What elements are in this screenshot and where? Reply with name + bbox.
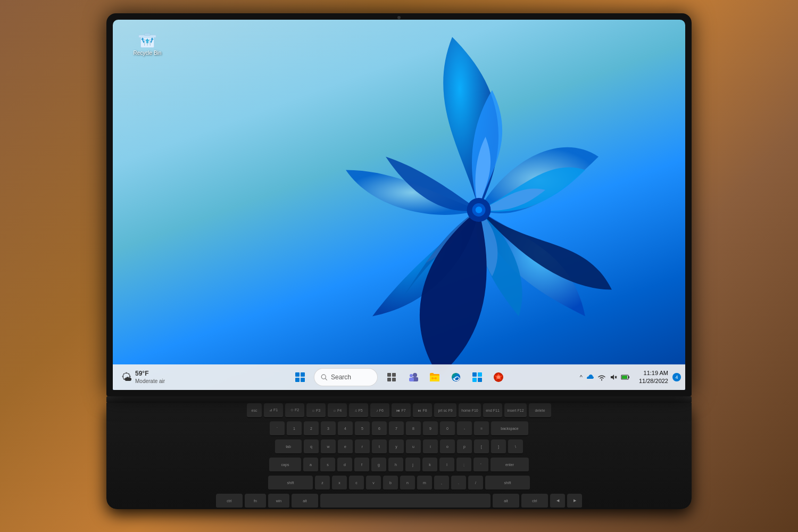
wifi-icon[interactable] bbox=[597, 373, 606, 381]
key-q[interactable]: q bbox=[304, 439, 319, 454]
key-enter[interactable]: enter bbox=[491, 458, 529, 472]
weather-info: 59°F Moderate air bbox=[135, 370, 165, 385]
key-quote[interactable]: ' bbox=[473, 458, 488, 472]
recycle-bin-icon[interactable]: Recycle Bin bbox=[129, 30, 166, 56]
key-bracket-open[interactable]: [ bbox=[474, 439, 489, 454]
key-y[interactable]: y bbox=[389, 439, 404, 454]
key-tab[interactable]: tab bbox=[275, 439, 302, 454]
key-f10[interactable]: home F10 bbox=[459, 403, 481, 418]
key-f9[interactable]: prt sc F9 bbox=[434, 403, 456, 418]
key-b[interactable]: b bbox=[383, 476, 398, 491]
svg-rect-24 bbox=[472, 372, 477, 377]
key-shift-right[interactable]: shift bbox=[485, 476, 530, 491]
key-f8[interactable]: ⏯ F8 bbox=[413, 403, 432, 418]
key-2[interactable]: 2 bbox=[304, 421, 319, 436]
key-ctrl-left[interactable]: ctrl bbox=[216, 494, 243, 509]
battery-icon[interactable] bbox=[621, 373, 630, 381]
chevron-up-icon[interactable]: ^ bbox=[580, 374, 583, 380]
key-f4[interactable]: ☼ F4 bbox=[328, 403, 347, 418]
key-caps[interactable]: caps bbox=[269, 458, 301, 472]
key-0[interactable]: 0 bbox=[440, 421, 455, 436]
key-f[interactable]: f bbox=[354, 458, 369, 472]
key-f3[interactable]: ☼ F3 bbox=[306, 403, 326, 418]
key-5[interactable]: 5 bbox=[355, 421, 370, 436]
search-bar[interactable]: Search bbox=[314, 368, 378, 386]
key-f6[interactable]: ♪ F6 bbox=[370, 403, 389, 418]
key-c[interactable]: c bbox=[349, 476, 364, 491]
key-arrow-right[interactable]: ▶ bbox=[567, 494, 582, 509]
start-button[interactable] bbox=[289, 367, 311, 388]
key-z[interactable]: z bbox=[315, 476, 330, 491]
key-3[interactable]: 3 bbox=[321, 421, 336, 436]
keyboard-row-bottom: ctrl fn win alt alt ctrl ◀ ▶ bbox=[216, 494, 582, 509]
key-alt-left[interactable]: alt bbox=[292, 494, 318, 509]
tray-icons[interactable]: ^ bbox=[576, 373, 635, 381]
key-e[interactable]: e bbox=[338, 439, 353, 454]
key-shift-left[interactable]: shift bbox=[268, 476, 313, 491]
teams-app[interactable] bbox=[403, 367, 423, 387]
key-7[interactable]: 7 bbox=[389, 421, 404, 436]
key-backtick[interactable]: ` bbox=[270, 421, 285, 436]
key-minus[interactable]: - bbox=[457, 421, 472, 436]
key-m[interactable]: m bbox=[417, 476, 432, 491]
edge-app[interactable] bbox=[446, 367, 466, 387]
key-a[interactable]: a bbox=[303, 458, 318, 472]
key-1[interactable]: 1 bbox=[287, 421, 302, 436]
key-f7[interactable]: ⏮ F7 bbox=[392, 403, 411, 418]
key-g[interactable]: g bbox=[371, 458, 386, 472]
key-p[interactable]: p bbox=[457, 439, 472, 454]
tray-time[interactable]: 11:19 AM 11/28/2022 bbox=[637, 369, 670, 386]
key-f5[interactable]: ♫ F5 bbox=[349, 403, 368, 418]
key-v[interactable]: v bbox=[366, 476, 381, 491]
store-app[interactable] bbox=[467, 367, 487, 387]
key-o[interactable]: o bbox=[440, 439, 455, 454]
key-slash[interactable]: / bbox=[468, 476, 483, 491]
key-f11[interactable]: end F11 bbox=[483, 403, 502, 418]
volume-icon[interactable] bbox=[609, 373, 618, 381]
key-s[interactable]: s bbox=[320, 458, 335, 472]
key-x[interactable]: x bbox=[332, 476, 347, 491]
key-r[interactable]: r bbox=[355, 439, 370, 454]
taskview-button[interactable] bbox=[381, 367, 402, 388]
key-backslash[interactable]: \ bbox=[508, 439, 523, 454]
key-j[interactable]: j bbox=[405, 458, 420, 472]
key-space[interactable] bbox=[320, 494, 491, 509]
key-h[interactable]: h bbox=[388, 458, 403, 472]
key-period[interactable]: . bbox=[451, 476, 466, 491]
key-fn[interactable]: fn bbox=[245, 494, 266, 509]
key-t[interactable]: t bbox=[372, 439, 387, 454]
file-explorer-app[interactable] bbox=[425, 367, 445, 387]
key-w[interactable]: w bbox=[321, 439, 336, 454]
svg-line-10 bbox=[326, 378, 327, 380]
svg-rect-18 bbox=[409, 378, 414, 381]
taskbar-weather[interactable]: 🌤 59°F Moderate air bbox=[121, 370, 165, 385]
key-8[interactable]: 8 bbox=[406, 421, 421, 436]
key-comma[interactable]: , bbox=[434, 476, 449, 491]
onedrive-icon[interactable] bbox=[586, 373, 594, 381]
key-equals[interactable]: = bbox=[474, 421, 489, 436]
key-arrow-left[interactable]: ◀ bbox=[550, 494, 565, 509]
key-d[interactable]: d bbox=[337, 458, 352, 472]
key-i[interactable]: i bbox=[423, 439, 438, 454]
key-f12[interactable]: insert F12 bbox=[504, 403, 527, 418]
key-l[interactable]: l bbox=[439, 458, 454, 472]
key-delete[interactable]: delete bbox=[529, 403, 551, 418]
key-6[interactable]: 6 bbox=[372, 421, 387, 436]
guardian-app[interactable] bbox=[488, 367, 509, 387]
key-bracket-close[interactable]: ] bbox=[491, 439, 506, 454]
key-n[interactable]: n bbox=[400, 476, 415, 491]
key-k[interactable]: k bbox=[422, 458, 437, 472]
key-backspace[interactable]: backspace bbox=[491, 421, 528, 436]
key-f1[interactable]: ⊿ F1 bbox=[264, 403, 283, 418]
key-win[interactable]: win bbox=[268, 494, 289, 509]
key-semicolon[interactable]: ; bbox=[456, 458, 471, 472]
screen-bezel: Recycle Bin 🌤 59°F Moderate air bbox=[113, 20, 685, 390]
key-ctrl-right[interactable]: ctrl bbox=[521, 494, 548, 509]
key-f2[interactable]: ⊹ F2 bbox=[285, 403, 304, 418]
notification-badge[interactable]: 4 bbox=[672, 373, 681, 381]
key-esc[interactable]: esc bbox=[247, 403, 262, 418]
key-4[interactable]: 4 bbox=[338, 421, 353, 436]
key-alt-right[interactable]: alt bbox=[493, 494, 519, 509]
key-9[interactable]: 9 bbox=[423, 421, 438, 436]
key-u[interactable]: u bbox=[406, 439, 421, 454]
